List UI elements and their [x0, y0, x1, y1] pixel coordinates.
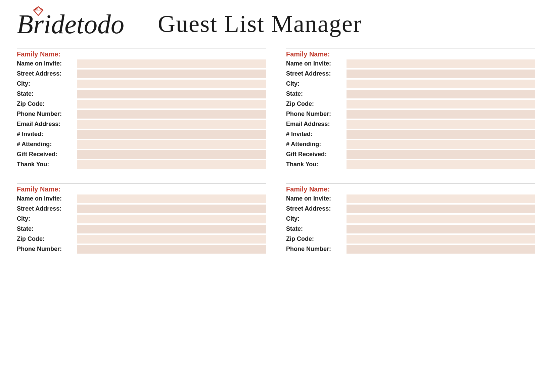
field-value-zip-1[interactable]: [77, 100, 266, 108]
field-row-gift-2: Gift Received:: [286, 149, 535, 159]
field-value-street-1[interactable]: [77, 70, 266, 78]
field-value-zip-4[interactable]: [347, 235, 535, 244]
field-value-phone-3[interactable]: [77, 245, 266, 254]
field-label-name-1: Name on Invite:: [17, 59, 77, 69]
field-row-name-2: Name on Invite:: [286, 59, 535, 69]
family-name-row-2: Family Name:: [286, 50, 535, 58]
logo-idetodo: idetodo: [44, 11, 124, 38]
field-row-email-1: Email Address:: [17, 119, 266, 129]
field-row-invited-1: # Invited:: [17, 129, 266, 139]
field-value-invited-2[interactable]: [347, 130, 535, 139]
family-name-row-1: Family Name:: [17, 50, 266, 58]
field-label-phone-1: Phone Number:: [17, 109, 77, 119]
field-row-thankyou-1: Thank You:: [17, 160, 266, 169]
field-value-email-1[interactable]: [77, 120, 266, 129]
page-title: Guest List Manager: [158, 10, 362, 38]
field-row-attending-2: # Attending:: [286, 139, 535, 149]
logo: B ridetodo: [17, 11, 124, 38]
field-value-email-2[interactable]: [347, 120, 535, 129]
field-value-city-1[interactable]: [77, 80, 266, 88]
field-value-thankyou-2[interactable]: [347, 160, 535, 169]
field-value-state-4[interactable]: [347, 225, 535, 233]
field-row-phone-4: Phone Number:: [286, 244, 535, 254]
field-value-street-4[interactable]: [347, 205, 535, 213]
logo-r-with-diamond: r: [33, 11, 44, 38]
field-row-phone-2: Phone Number:: [286, 109, 535, 119]
field-label-email-1: Email Address:: [17, 119, 77, 129]
family-name-label-3: Family Name:: [17, 185, 71, 193]
field-value-attending-2[interactable]: [347, 140, 535, 149]
field-label-zip-4: Zip Code:: [286, 234, 347, 244]
field-row-zip-4: Zip Code:: [286, 234, 535, 244]
field-row-zip-3: Zip Code:: [17, 234, 266, 244]
field-row-zip-2: Zip Code:: [286, 99, 535, 109]
field-value-state-1[interactable]: [77, 90, 266, 98]
field-value-city-4[interactable]: [347, 215, 535, 223]
guest-card-2: Family Name: Name on Invite: Street Addr…: [286, 48, 535, 170]
field-row-phone-1: Phone Number:: [17, 109, 266, 119]
field-label-street-4: Street Address:: [286, 204, 347, 214]
field-value-name-3[interactable]: [77, 194, 266, 203]
field-label-phone-3: Phone Number:: [17, 244, 77, 254]
field-row-street-4: Street Address:: [286, 204, 535, 214]
field-row-email-2: Email Address:: [286, 119, 535, 129]
field-row-invited-2: # Invited:: [286, 129, 535, 139]
field-label-street-3: Street Address:: [17, 204, 77, 214]
field-value-gift-2[interactable]: [347, 150, 535, 159]
header: B ridetodo Guest List Manager: [17, 10, 535, 38]
field-label-state-1: State:: [17, 89, 77, 99]
field-row-attending-1: # Attending:: [17, 139, 266, 149]
field-value-street-2[interactable]: [347, 70, 535, 78]
field-value-name-1[interactable]: [77, 59, 266, 68]
field-label-gift-1: Gift Received:: [17, 149, 77, 159]
field-row-city-2: City:: [286, 79, 535, 89]
field-label-name-4: Name on Invite:: [286, 194, 347, 204]
field-value-gift-1[interactable]: [77, 150, 266, 159]
field-label-thankyou-2: Thank You:: [286, 160, 347, 169]
family-name-row-3: Family Name:: [17, 185, 266, 193]
field-label-city-2: City:: [286, 79, 347, 89]
field-label-invited-1: # Invited:: [17, 129, 77, 139]
field-row-state-1: State:: [17, 89, 266, 99]
field-value-phone-2[interactable]: [347, 110, 535, 119]
field-label-zip-3: Zip Code:: [17, 234, 77, 244]
field-label-city-1: City:: [17, 79, 77, 89]
field-row-city-1: City:: [17, 79, 266, 89]
field-value-name-2[interactable]: [347, 59, 535, 68]
field-row-city-3: City:: [17, 214, 266, 224]
field-value-state-3[interactable]: [77, 225, 266, 233]
field-row-street-2: Street Address:: [286, 69, 535, 79]
field-value-zip-3[interactable]: [77, 235, 266, 244]
field-value-street-3[interactable]: [77, 205, 266, 213]
field-row-thankyou-2: Thank You:: [286, 160, 535, 169]
field-value-phone-4[interactable]: [347, 245, 535, 254]
field-label-thankyou-1: Thank You:: [17, 160, 77, 169]
field-value-name-4[interactable]: [347, 194, 535, 203]
field-label-attending-2: # Attending:: [286, 139, 347, 149]
field-value-phone-1[interactable]: [77, 110, 266, 119]
guest-card-3: Family Name: Name on Invite: Street Addr…: [17, 183, 266, 254]
diamond-icon: [32, 6, 44, 16]
family-name-label-2: Family Name:: [286, 50, 340, 58]
field-value-state-2[interactable]: [347, 90, 535, 98]
field-row-state-3: State:: [17, 224, 266, 234]
card-divider-4: [286, 183, 535, 183]
field-label-name-3: Name on Invite:: [17, 194, 77, 204]
card-divider-2: [286, 48, 535, 48]
field-label-state-2: State:: [286, 89, 347, 99]
field-row-street-3: Street Address:: [17, 204, 266, 214]
card-divider-3: [17, 183, 266, 183]
field-label-city-3: City:: [17, 214, 77, 224]
field-value-attending-1[interactable]: [77, 140, 266, 149]
field-label-attending-1: # Attending:: [17, 139, 77, 149]
guest-card-4: Family Name: Name on Invite: Street Addr…: [286, 183, 535, 254]
field-row-name-1: Name on Invite:: [17, 59, 266, 69]
field-label-street-2: Street Address:: [286, 69, 347, 79]
field-value-city-3[interactable]: [77, 215, 266, 223]
field-value-city-2[interactable]: [347, 80, 535, 88]
logo-text: B ridetodo: [17, 11, 124, 38]
field-value-invited-1[interactable]: [77, 130, 266, 139]
field-value-zip-2[interactable]: [347, 100, 535, 108]
field-label-street-1: Street Address:: [17, 69, 77, 79]
field-value-thankyou-1[interactable]: [77, 160, 266, 169]
